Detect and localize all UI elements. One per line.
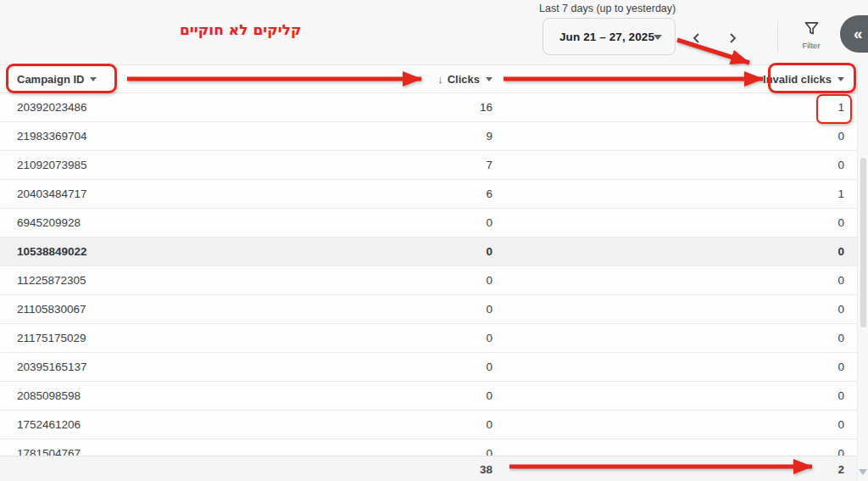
invalid-clicks-cell: 0 (492, 324, 844, 352)
table-row[interactable]: 20403484717 6 1 (0, 180, 868, 209)
campaign-id-cell: 21092073985 (0, 151, 271, 179)
clicks-cell: 6 (271, 180, 492, 208)
invalid-clicks-cell: 0 (492, 411, 844, 439)
campaign-id-cell: 20395165137 (0, 353, 271, 381)
invalid-clicks-cell: 1 (492, 180, 844, 208)
invalid-clicks-cell: 0 (492, 382, 844, 410)
clicks-cell: 16 (271, 93, 492, 121)
caret-down-icon (654, 35, 662, 40)
invalid-clicks-cell: 0 (492, 151, 844, 179)
invalid-clicks-cell: 0 (492, 209, 844, 237)
filter-label: Filter (795, 41, 827, 50)
totals-row: 38 2 (0, 456, 868, 481)
date-preset-label: Last 7 days (up to yesterday) (539, 3, 676, 14)
totals-clicks-cell: 38 (271, 456, 492, 481)
campaign-id-cell: 1752461206 (0, 411, 271, 439)
campaign-id-cell: 21983369704 (0, 122, 271, 150)
campaign-id-cell: 21105830067 (0, 295, 271, 323)
scrollbar-down-arrow-icon[interactable] (859, 469, 867, 475)
funnel-icon (804, 25, 820, 39)
report-page: Last 7 days (up to yesterday) Jun 21 – 2… (0, 0, 868, 481)
caret-down-icon (837, 77, 844, 81)
campaign-id-header-label: Campaign ID (17, 73, 84, 86)
campaign-id-cell: 21175175029 (0, 324, 271, 352)
header-cell-campaign-id: Campaign ID (0, 65, 271, 92)
caret-down-icon (486, 77, 492, 81)
invalid-clicks-header-label: Invalid clicks (763, 73, 832, 86)
table-row[interactable]: 21092073985 7 0 (0, 151, 868, 180)
vertical-scrollbar (857, 64, 868, 481)
campaign-id-cell: 20392023486 (0, 93, 271, 121)
clicks-cell: 0 (271, 295, 492, 323)
sort-desc-arrow-icon: ↓ (437, 73, 443, 86)
campaign-id-cell: 10538849022 (0, 238, 271, 266)
toolbar-divider (777, 21, 778, 52)
invalid-clicks-cell: 0 (492, 266, 844, 294)
next-period-button[interactable] (719, 25, 746, 52)
clicks-cell: 7 (271, 151, 492, 179)
invalid-clicks-sort-button[interactable]: Invalid clicks (763, 73, 844, 86)
table-row[interactable]: 1752461206 0 0 (0, 411, 868, 439)
previous-period-button[interactable] (683, 25, 710, 52)
scrollbar-thumb[interactable] (860, 158, 866, 327)
table-row[interactable]: 21105830067 0 0 (0, 295, 868, 324)
table-row[interactable]: 21983369704 9 0 (0, 122, 868, 151)
invalid-clicks-cell: 1 (492, 93, 844, 121)
totals-label-cell (0, 456, 271, 481)
collapse-panel-button[interactable]: « (840, 15, 868, 53)
header-cell-invalid-clicks: Invalid clicks (492, 65, 844, 92)
clicks-cell: 0 (271, 266, 492, 294)
table-row[interactable]: 10538849022 0 0 (0, 238, 868, 266)
double-chevron-left-icon: « (854, 25, 862, 42)
table-row[interactable]: 20392023486 16 1 (0, 93, 868, 122)
campaign-id-cell: 20403484717 (0, 180, 271, 208)
table-row[interactable]: 20395165137 0 0 (0, 353, 868, 382)
clicks-cell: 0 (271, 238, 492, 266)
invalid-clicks-cell: 0 (492, 122, 844, 150)
header-cell-clicks: ↓ Clicks (271, 65, 492, 92)
campaign-id-cell: 2085098598 (0, 382, 271, 410)
table-header-row: Campaign ID ↓ Clicks Invalid clicks (0, 64, 868, 93)
table-row[interactable]: 11225872305 0 0 (0, 266, 868, 295)
campaign-id-sort-button[interactable]: Campaign ID (17, 73, 97, 86)
clicks-cell: 9 (271, 122, 492, 150)
campaign-id-cell: 11225872305 (0, 266, 271, 294)
totals-invalid-clicks-cell: 2 (492, 456, 844, 481)
invalid-clicks-cell: 0 (492, 238, 844, 266)
clicks-cell: 0 (271, 209, 492, 237)
table-body: 20392023486 16 1 21983369704 9 0 2109207… (0, 93, 868, 468)
date-range-picker[interactable]: Jun 21 – 27, 2025 (542, 18, 676, 55)
invalid-clicks-cell: 0 (492, 295, 844, 323)
filter-button[interactable]: Filter (795, 20, 827, 56)
clicks-sort-button[interactable]: ↓ Clicks (437, 73, 492, 86)
table-row[interactable]: 6945209928 0 0 (0, 209, 868, 238)
clicks-cell: 0 (271, 324, 492, 352)
campaign-id-cell: 6945209928 (0, 209, 271, 237)
toolbar: Last 7 days (up to yesterday) Jun 21 – 2… (0, 0, 868, 64)
date-range-value: Jun 21 – 27, 2025 (543, 31, 654, 43)
table-row[interactable]: 2085098598 0 0 (0, 382, 868, 411)
clicks-cell: 0 (271, 411, 492, 439)
clicks-cell: 0 (271, 382, 492, 410)
caret-down-icon (90, 77, 97, 81)
chevron-left-icon (683, 32, 710, 44)
table-row[interactable]: 21175175029 0 0 (0, 324, 868, 353)
clicks-cell: 0 (271, 353, 492, 381)
invalid-clicks-cell: 0 (492, 353, 844, 381)
chevron-right-icon (719, 32, 746, 44)
clicks-header-label: Clicks (448, 73, 480, 86)
